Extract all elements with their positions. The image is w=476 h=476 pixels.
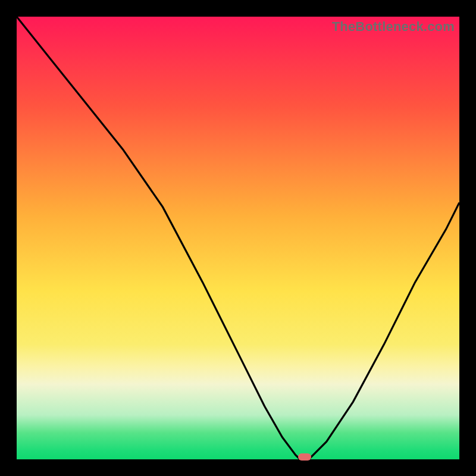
chart-stage: TheBottleneck.com [0,0,476,476]
curve-path [17,17,459,459]
optimal-marker [298,453,311,461]
bottleneck-curve [17,17,459,459]
plot-area: TheBottleneck.com [17,17,459,459]
